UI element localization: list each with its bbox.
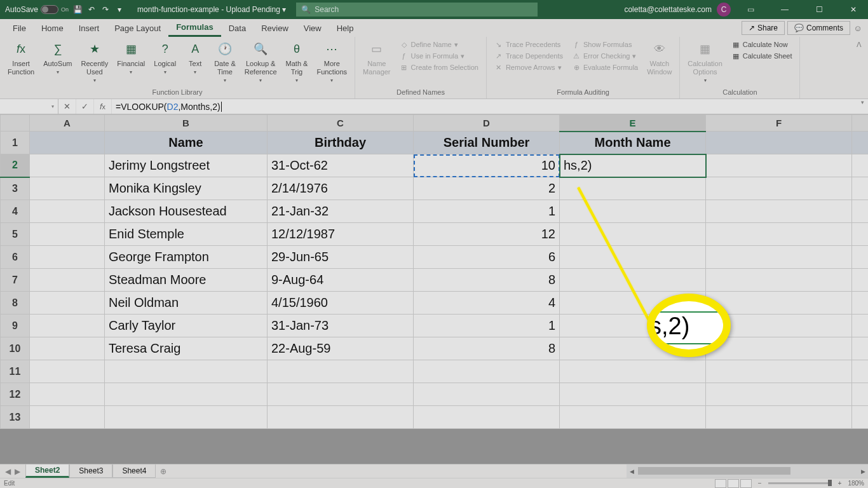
cell-A9[interactable] <box>30 315 105 337</box>
comments-button[interactable]: 💬Comments <box>787 21 850 35</box>
toggle-switch[interactable] <box>41 5 58 14</box>
collapse-ribbon-icon[interactable]: ᐱ <box>850 37 868 98</box>
cancel-formula-icon[interactable]: ✕ <box>58 99 76 114</box>
cell-A5[interactable] <box>30 223 105 246</box>
cell-F10[interactable] <box>706 337 852 360</box>
cell-C3[interactable]: 2/14/1976 <box>268 177 414 200</box>
zoom-in-icon[interactable]: + <box>838 480 842 487</box>
cell-G13[interactable] <box>852 406 869 429</box>
row-header-13[interactable]: 13 <box>1 406 30 429</box>
tab-file[interactable]: File <box>5 19 34 37</box>
formula-input[interactable]: =VLOOKUP(D2,Months,2) <box>112 99 857 114</box>
cell-F3[interactable] <box>706 177 852 200</box>
cell-F6[interactable] <box>706 246 852 269</box>
cell-F5[interactable] <box>706 223 852 246</box>
cell-B4[interactable]: Jackson Housestead <box>105 200 268 223</box>
cell-B3[interactable]: Monika Kingsley <box>105 177 268 200</box>
cell-C7[interactable]: 9-Aug-64 <box>268 269 414 292</box>
row-header-1[interactable]: 1 <box>1 132 30 154</box>
cell-C2[interactable]: 31-Oct-62 <box>268 154 414 177</box>
cell-D5[interactable]: 12 <box>414 223 560 246</box>
cell-B2[interactable]: Jerimy Longstreet <box>105 154 268 177</box>
name-box-dropdown-icon[interactable]: ▾ <box>51 104 54 109</box>
scroll-left-icon[interactable]: ◀ <box>627 464 637 478</box>
cell-D1[interactable]: Serial Number <box>414 132 560 154</box>
spreadsheet-grid[interactable]: ABCDEFG1NameBirthdaySerial NumberMonth N… <box>0 114 868 429</box>
share-button[interactable]: ↗Share <box>742 21 785 35</box>
sheet-tab-sheet3[interactable]: Sheet3 <box>69 464 112 478</box>
cell-B9[interactable]: Carly Taylor <box>105 315 268 337</box>
horizontal-scrollbar[interactable]: ◀ ▶ <box>627 464 868 478</box>
cell-D7[interactable]: 8 <box>414 269 560 292</box>
insert-function-button[interactable]: fxInsert Function <box>5 39 37 78</box>
calculate-now-button[interactable]: ▦Calculate Now <box>729 39 795 50</box>
row-header-5[interactable]: 5 <box>1 223 30 246</box>
cell-F2[interactable] <box>706 154 852 177</box>
row-header-10[interactable]: 10 <box>1 337 30 360</box>
cell-A13[interactable] <box>30 406 105 429</box>
smiley-icon[interactable]: ☺ <box>853 23 863 33</box>
cell-C10[interactable]: 22-Aug-59 <box>268 337 414 360</box>
cell-D4[interactable]: 1 <box>414 200 560 223</box>
qat-dropdown-icon[interactable]: ▾ <box>114 4 125 15</box>
cell-B5[interactable]: Enid Stemple <box>105 223 268 246</box>
autosum-button[interactable]: ∑AutoSum▾ <box>41 39 74 77</box>
cell-G11[interactable] <box>852 360 869 383</box>
tab-formulas[interactable]: Formulas <box>168 19 221 37</box>
cell-G6[interactable] <box>852 246 869 269</box>
undo-icon[interactable]: ↶ <box>86 4 97 15</box>
cell-E1[interactable]: Month Name <box>560 132 706 154</box>
cell-G5[interactable] <box>852 223 869 246</box>
more-functions-button[interactable]: ⋯More Functions▾ <box>314 39 349 85</box>
cell-D11[interactable] <box>414 360 560 383</box>
cell-C6[interactable]: 29-Jun-65 <box>268 246 414 269</box>
col-header-E[interactable]: E <box>560 115 706 132</box>
cell-F12[interactable] <box>706 383 852 406</box>
cell-A4[interactable] <box>30 200 105 223</box>
add-sheet-button[interactable]: ⊕ <box>156 464 171 478</box>
cell-A2[interactable] <box>30 154 105 177</box>
cell-F7[interactable] <box>706 269 852 292</box>
cell-A12[interactable] <box>30 383 105 406</box>
cell-C8[interactable]: 4/15/1960 <box>268 292 414 315</box>
cell-F11[interactable] <box>706 360 852 383</box>
next-sheet-icon[interactable]: ▶ <box>15 467 20 476</box>
tab-review[interactable]: Review <box>254 19 296 37</box>
user-email[interactable]: coletta@colettateske.com <box>624 5 712 14</box>
minimize-icon[interactable]: ― <box>770 0 799 19</box>
row-header-8[interactable]: 8 <box>1 292 30 315</box>
cell-G4[interactable] <box>852 200 869 223</box>
col-header-B[interactable]: B <box>105 115 268 132</box>
prev-sheet-icon[interactable]: ◀ <box>5 467 11 476</box>
zoom-slider[interactable] <box>768 482 832 484</box>
cell-E2[interactable]: hs,2) <box>560 154 706 177</box>
cell-B11[interactable] <box>105 360 268 383</box>
cell-G3[interactable] <box>852 177 869 200</box>
date-time-button[interactable]: 🕐Date & Time▾ <box>212 39 238 85</box>
col-header-F[interactable]: F <box>706 115 852 132</box>
cell-B6[interactable]: George Frampton <box>105 246 268 269</box>
logical-button[interactable]: ?Logical▾ <box>151 39 179 77</box>
cell-G10[interactable] <box>852 337 869 360</box>
zoom-out-icon[interactable]: − <box>758 480 762 487</box>
text-button[interactable]: AText▾ <box>182 39 208 77</box>
cell-A8[interactable] <box>30 292 105 315</box>
cell-C12[interactable] <box>268 383 414 406</box>
cell-C5[interactable]: 12/12/1987 <box>268 223 414 246</box>
cell-F4[interactable] <box>706 200 852 223</box>
cell-B13[interactable] <box>105 406 268 429</box>
save-icon[interactable]: 💾 <box>72 4 83 15</box>
cell-D9[interactable]: 1 <box>414 315 560 337</box>
cell-E6[interactable] <box>560 246 706 269</box>
cell-F13[interactable] <box>706 406 852 429</box>
page-layout-view-button[interactable] <box>728 479 739 488</box>
maximize-icon[interactable]: ☐ <box>804 0 834 19</box>
cell-G2[interactable] <box>852 154 869 177</box>
row-header-6[interactable]: 6 <box>1 246 30 269</box>
cell-C9[interactable]: 31-Jan-73 <box>268 315 414 337</box>
cell-D13[interactable] <box>414 406 560 429</box>
scroll-thumb[interactable] <box>638 467 790 475</box>
cell-E11[interactable] <box>560 360 706 383</box>
col-header-D[interactable]: D <box>414 115 560 132</box>
cell-E5[interactable] <box>560 223 706 246</box>
